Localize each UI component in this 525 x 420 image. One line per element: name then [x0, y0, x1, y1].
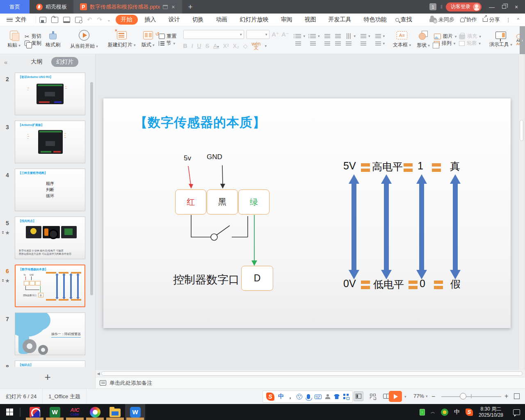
normal-view-button[interactable] — [354, 391, 363, 401]
decrease-indent-button[interactable] — [324, 34, 330, 38]
antivirus-tray-icon[interactable] — [441, 409, 448, 416]
align-text-button[interactable]: ▾ — [361, 34, 370, 38]
new-tab-button[interactable]: + — [182, 0, 198, 14]
copy-button[interactable]: 复制 — [25, 40, 41, 47]
text-direction-button[interactable]: ▾ — [346, 34, 356, 38]
tab-home[interactable]: 首页 — [0, 0, 30, 14]
slide-thumb-2[interactable]: 2 【初识Arduino UNO R3】 ▪▪▪▪▪ ▪▪▪▪▪ — [0, 73, 95, 115]
font-name-select[interactable]: ▾ — [183, 30, 244, 39]
zoom-in-button[interactable]: + — [504, 393, 508, 400]
tab-view[interactable]: 视图 — [299, 15, 322, 25]
slide-thumb-3[interactable]: 3 【Arduino扩展板】 ▪▪▪▪▪▪▪ ▪▪▪▪▪▪▪▪ — [0, 121, 95, 163]
text-box-button[interactable]: A≡ 文本框 ▾ — [391, 31, 413, 48]
slideshow-options-icon[interactable]: ▾ — [404, 395, 406, 399]
picture-button[interactable]: 图片 ▾ — [434, 33, 457, 40]
align-left-button[interactable] — [295, 41, 305, 46]
detach-window-icon[interactable] — [163, 5, 168, 9]
section-button[interactable]: 节 ▾ — [159, 40, 177, 47]
paragraph-spacing-button[interactable]: ▾ — [375, 41, 385, 46]
zoom-level[interactable]: 77% — [413, 393, 424, 399]
slide-6-canvas[interactable]: 【数字传感器的本质】 5v GND — [103, 98, 511, 328]
scroll-left-icon[interactable]: ◀ — [96, 372, 101, 376]
fit-to-window-icon[interactable] — [514, 393, 520, 399]
sogou-logo-icon[interactable]: S — [266, 393, 274, 401]
collaborate-button[interactable]: 协作 — [460, 16, 477, 23]
soft-keyboard-icon[interactable] — [315, 395, 322, 399]
shrink-font-button[interactable]: A⁻ — [281, 31, 289, 38]
slide-thumb-6-selected[interactable]: 6 ★ 【数字传感器的本质】 5v GND D 控制器数字口 — [0, 265, 95, 307]
slide-thumb-4[interactable]: 4 【三种主要程序结构】 顺序 判断 循环 — [0, 169, 95, 211]
tab-insert[interactable]: 插入 — [139, 15, 162, 25]
skin-icon[interactable] — [334, 394, 340, 399]
tab-devtools[interactable]: 开发工具 — [323, 15, 357, 25]
new-slide-button[interactable]: 新建幻灯片 ▾ — [106, 31, 137, 48]
redo-icon[interactable]: ↷ — [97, 16, 103, 23]
file-menu[interactable]: 文件 — [0, 16, 32, 23]
tab-list-icon[interactable]: ‖ — [441, 4, 442, 10]
taskbar-app-aicube[interactable]: AICCube — [65, 404, 85, 420]
slide-thumb-5[interactable]: 5 ★ 【找共同点】 数字传感器 D 绿色 输出高/低电平 可触发 图形化模块是… — [0, 217, 95, 259]
taskbar-app-redspider[interactable] — [25, 404, 45, 420]
ime-mode-icon[interactable]: 中 — [278, 393, 284, 400]
tab-review[interactable]: 审阅 — [276, 15, 298, 25]
zoom-slider-thumb[interactable] — [460, 393, 466, 399]
window-count-badge[interactable]: 1 — [429, 3, 436, 10]
punctuation-icon[interactable]: ， — [288, 393, 293, 400]
slide-counter[interactable]: 幻灯片 6 / 24 — [0, 389, 43, 404]
arrange-button[interactable]: 排列 ▾ — [434, 40, 457, 47]
close-tab-icon[interactable]: × — [171, 4, 176, 10]
sogou-tray-icon[interactable]: S — [466, 409, 473, 416]
sidebar-scrollbar[interactable] — [90, 82, 93, 295]
tab-design[interactable]: 设计 — [163, 15, 185, 25]
tab-animation[interactable]: 动画 — [211, 15, 233, 25]
slide-thumb-8[interactable]: 8 【知识点】 — [0, 361, 95, 367]
account-icon[interactable] — [325, 394, 330, 399]
fill-button[interactable]: 填充 ▾ — [459, 33, 481, 40]
clear-format-icon[interactable]: ◇ — [243, 43, 248, 49]
sync-status[interactable]: 未同步 — [429, 16, 454, 23]
customize-quick-access-icon[interactable]: ⌄ — [107, 18, 110, 22]
justify-button[interactable] — [335, 41, 341, 46]
canvas-vertical-scrollbar[interactable] — [518, 54, 524, 370]
bold-button[interactable]: B — [183, 43, 187, 49]
export-icon[interactable] — [51, 17, 58, 23]
find-button[interactable]: 查找 — [395, 16, 412, 23]
zoom-out-button[interactable]: − — [431, 393, 435, 400]
reset-button[interactable]: 重置 — [159, 33, 177, 40]
tab-special-features[interactable]: 特色功能 — [358, 15, 392, 25]
restore-button[interactable] — [498, 2, 510, 12]
wire-box-red[interactable]: 红 — [175, 189, 206, 215]
slides-tab[interactable]: 幻灯片 — [51, 57, 78, 67]
presentation-tools-button[interactable]: 演示工具 ▾ — [488, 32, 514, 48]
slideshow-play-button[interactable] — [389, 391, 402, 402]
digital-port-box[interactable]: D — [241, 266, 273, 291]
save-icon[interactable] — [39, 17, 46, 23]
taskbar-app-explorer[interactable] — [105, 404, 125, 420]
tab-slideshow[interactable]: 幻灯片放映 — [235, 15, 274, 25]
align-right-button[interactable] — [324, 41, 330, 46]
shapes-button[interactable]: 形状 ▾ — [415, 31, 431, 49]
zoom-dropdown-icon[interactable]: ▾ — [426, 394, 428, 398]
add-slide-button[interactable]: + — [0, 368, 95, 386]
line-spacing-button[interactable] — [361, 41, 370, 46]
voice-input-icon[interactable] — [307, 394, 310, 399]
tab-template-store[interactable]: 稻壳模板 — [30, 0, 73, 14]
tab-start[interactable]: 开始 — [116, 15, 138, 25]
format-painter-button[interactable]: 格式刷 — [44, 31, 62, 48]
guest-login-button[interactable]: 访客登录 — [446, 2, 482, 11]
hidden-icons-chevron[interactable]: ︿ — [431, 409, 435, 415]
tab-transition[interactable]: 切换 — [187, 15, 209, 25]
port-label[interactable]: 控制器数字口 — [173, 272, 240, 287]
outline-button[interactable]: 轮廓 ▾ — [459, 40, 481, 47]
toolbox-icon[interactable] — [343, 394, 349, 399]
print-preview-icon[interactable] — [75, 17, 82, 23]
layout-button[interactable]: 版式 ▾ — [140, 31, 156, 48]
subscript-button[interactable]: X₂ — [233, 43, 239, 49]
close-button[interactable]: × — [510, 2, 523, 12]
underline-button[interactable]: U — [197, 43, 201, 49]
increase-indent-button[interactable] — [335, 34, 341, 38]
strikethrough-button[interactable]: S — [205, 43, 209, 49]
notes-bar[interactable]: 单击此处添加备注 — [96, 377, 525, 388]
ribbon-expand-button[interactable]: › — [520, 26, 525, 54]
undo-icon[interactable]: ↶ — [87, 16, 92, 23]
